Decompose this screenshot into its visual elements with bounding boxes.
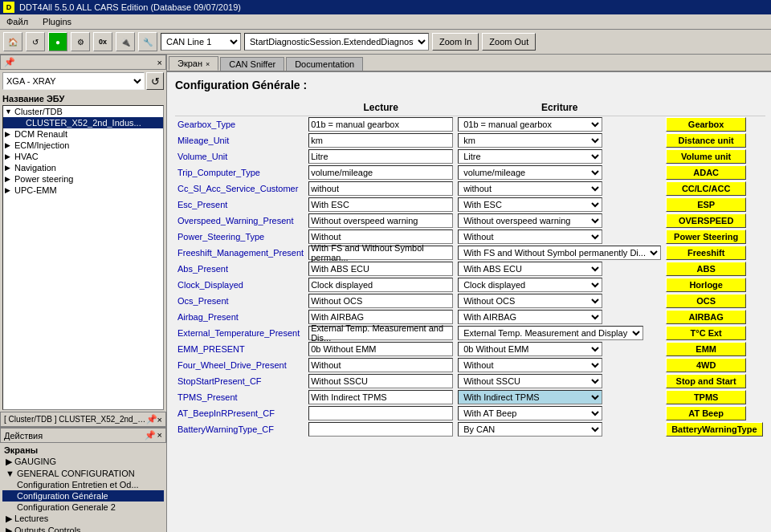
param-name[interactable]: Overspeed_Warning_Present xyxy=(177,216,294,225)
ecriture-cell[interactable]: With Indirect TPMS xyxy=(455,389,663,405)
action-button[interactable]: ADAC xyxy=(666,165,746,180)
tab-documentation[interactable]: Documentation xyxy=(286,57,363,71)
param-name-cell[interactable]: Freeshift_Management_Present xyxy=(175,245,306,261)
ecriture-cell[interactable]: Clock displayed xyxy=(455,277,663,293)
tab-can-sniffer[interactable]: CAN Sniffer xyxy=(220,57,284,71)
tab-close-btn[interactable]: × xyxy=(206,60,210,68)
action-button[interactable]: BatteryWarningType xyxy=(666,422,762,437)
toolbar-btn-5[interactable]: 0x xyxy=(93,32,112,51)
ecriture-select[interactable]: 01b = manual gearbox xyxy=(458,117,602,132)
toolbar-btn-7[interactable]: 🔧 xyxy=(138,32,157,51)
menu-plugins[interactable]: Plugins xyxy=(39,16,75,27)
ecriture-cell[interactable]: Without xyxy=(455,357,663,373)
ecriture-select[interactable]: Without OCS xyxy=(458,294,602,308)
param-name[interactable]: Ocs_Present xyxy=(177,296,229,306)
param-name-cell[interactable]: Gearbox_Type xyxy=(175,116,306,133)
ecriture-cell[interactable]: With ESC xyxy=(455,197,663,213)
action-cell[interactable]: TPMS xyxy=(663,389,765,405)
param-name[interactable]: Four_Wheel_Drive_Present xyxy=(177,360,287,370)
action-button[interactable]: AT Beep xyxy=(666,406,746,420)
param-name[interactable]: Esc_Present xyxy=(177,200,227,209)
param-name-cell[interactable]: External_Temperature_Present xyxy=(175,325,306,341)
param-name[interactable]: Cc_Sl_Acc_Service_Customer xyxy=(177,184,298,193)
ecriture-cell[interactable]: With ABS ECU xyxy=(455,261,663,277)
param-name[interactable]: Clock_Displayed xyxy=(177,280,243,290)
action-cell[interactable]: BatteryWarningType xyxy=(663,421,765,437)
param-name[interactable]: Airbag_Present xyxy=(177,312,239,322)
action-cell[interactable]: Horloge xyxy=(663,277,765,293)
ecriture-cell[interactable]: Without xyxy=(455,229,663,245)
param-name[interactable]: AT_BeepInRPresent_CF xyxy=(177,408,275,418)
param-name[interactable]: External_Temperature_Present xyxy=(177,328,300,338)
action-button[interactable]: AIRBAG xyxy=(666,310,746,324)
ecriture-cell[interactable]: Without SSCU xyxy=(455,373,663,389)
ecriture-cell[interactable]: volume/mileage xyxy=(455,164,663,181)
actions-item[interactable]: ▶ Outputs Controls xyxy=(2,525,164,532)
param-name-cell[interactable]: Esc_Present xyxy=(175,197,306,213)
action-button[interactable]: T°C Ext xyxy=(666,326,746,340)
action-cell[interactable]: OCS xyxy=(663,293,765,309)
action-cell[interactable]: Freeshift xyxy=(663,245,765,261)
session-select[interactable]: StartDiagnosticSession.ExtendedDiagnosti… xyxy=(244,33,429,51)
actions-item[interactable]: Configuration Entretien et Od... xyxy=(2,479,164,490)
tree-item[interactable]: ▼ Cluster/TDB xyxy=(3,106,163,117)
action-cell[interactable]: ABS xyxy=(663,261,765,277)
ecriture-cell[interactable]: Without OCS xyxy=(455,293,663,309)
param-name-cell[interactable]: Volume_Unit xyxy=(175,148,306,164)
ecriture-select[interactable]: By CAN xyxy=(458,422,602,437)
ecriture-select[interactable]: Without xyxy=(458,358,602,372)
param-name-cell[interactable]: Mileage_Unit xyxy=(175,132,306,148)
action-button[interactable]: 4WD xyxy=(666,358,746,372)
param-name[interactable]: Gearbox_Type xyxy=(177,120,235,129)
actions-item[interactable]: ▼ GENERAL CONFIGURATION xyxy=(2,468,164,479)
param-name-cell[interactable]: Abs_Present xyxy=(175,261,306,277)
actions-item[interactable]: ▶ Lectures xyxy=(2,513,164,525)
ecriture-select[interactable]: volume/mileage xyxy=(458,165,602,180)
ecu-refresh-button[interactable]: ↺ xyxy=(146,72,164,90)
ecriture-cell[interactable]: By CAN xyxy=(455,421,663,437)
ecriture-cell[interactable]: External Temp. Measurement and Display xyxy=(455,325,663,341)
toolbar-btn-3[interactable]: ● xyxy=(48,32,67,51)
tab-экран[interactable]: Экран× xyxy=(169,56,218,71)
can-line-select[interactable]: CAN Line 1 xyxy=(161,33,241,51)
tree-item[interactable]: ▶ DCM Renault xyxy=(3,128,163,140)
param-name[interactable]: Trip_Computer_Type xyxy=(177,168,260,177)
tree-item[interactable]: ▶ Navigation xyxy=(3,162,163,173)
toolbar-btn-6[interactable]: 🔌 xyxy=(116,32,135,51)
actions-item[interactable]: Configuration Generale 2 xyxy=(2,502,164,513)
param-name-cell[interactable]: BatteryWarningType_CF xyxy=(175,421,306,437)
menu-file[interactable]: Файл xyxy=(3,16,31,27)
action-button[interactable]: Gearbox xyxy=(666,117,746,132)
action-button[interactable]: ABS xyxy=(666,262,746,276)
param-name-cell[interactable]: Cc_Sl_Acc_Service_Customer xyxy=(175,181,306,197)
actions-section-header[interactable]: Экраны xyxy=(2,445,164,456)
tree-item[interactable]: ▶ HVAC xyxy=(3,151,163,162)
action-cell[interactable]: ADAC xyxy=(663,164,765,181)
ecriture-select[interactable]: With FS and Without Symbol permanently D… xyxy=(458,246,661,260)
action-cell[interactable]: T°C Ext xyxy=(663,325,765,341)
ecriture-cell[interactable]: 01b = manual gearbox xyxy=(455,116,663,133)
actions-close-btn[interactable]: × xyxy=(157,430,162,441)
param-name[interactable]: Freeshift_Management_Present xyxy=(177,248,304,258)
ecriture-cell[interactable]: km xyxy=(455,132,663,148)
action-button[interactable]: CC/LC/ACC xyxy=(666,181,746,196)
action-button[interactable]: Stop and Start xyxy=(666,374,746,388)
param-name-cell[interactable]: StopStartPresent_CF xyxy=(175,373,306,389)
ecriture-cell[interactable]: With AIRBAG xyxy=(455,309,663,325)
action-cell[interactable]: 4WD xyxy=(663,357,765,373)
ecriture-cell[interactable]: 0b Without EMM xyxy=(455,341,663,357)
ecriture-select[interactable]: With ESC xyxy=(458,197,602,212)
param-name[interactable]: Mileage_Unit xyxy=(177,136,229,145)
action-button[interactable]: Power Steering xyxy=(666,229,746,244)
action-button[interactable]: ESP xyxy=(666,197,746,212)
toolbar-btn-1[interactable]: 🏠 xyxy=(3,32,22,51)
action-cell[interactable]: AIRBAG xyxy=(663,309,765,325)
tree-item[interactable]: ▶ Power steering xyxy=(3,173,163,185)
ecriture-select[interactable]: Without overspeed warning xyxy=(458,213,602,228)
ecriture-select[interactable]: External Temp. Measurement and Display xyxy=(458,326,643,340)
ecriture-select[interactable]: Without SSCU xyxy=(458,374,602,388)
action-button[interactable]: EMM xyxy=(666,342,746,356)
action-cell[interactable]: AT Beep xyxy=(663,405,765,421)
param-name[interactable]: Power_Steering_Type xyxy=(177,232,264,242)
ecriture-select[interactable]: With ABS ECU xyxy=(458,262,602,276)
